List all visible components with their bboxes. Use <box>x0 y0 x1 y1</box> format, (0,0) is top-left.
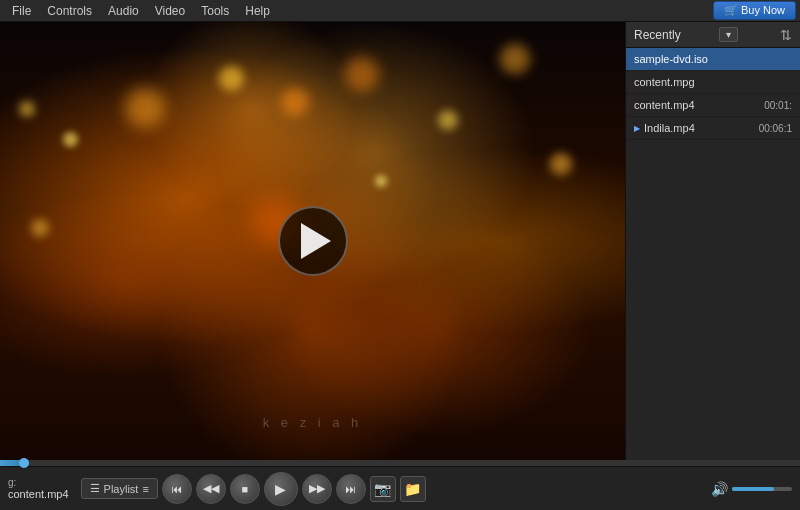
bokeh-light <box>500 44 530 74</box>
menu-audio[interactable]: Audio <box>100 2 147 20</box>
progress-bar-area[interactable] <box>0 460 800 466</box>
menu-video[interactable]: Video <box>147 2 193 20</box>
recently-header: Recently ▾ ⇅ <box>626 22 800 48</box>
playlist-item-0[interactable]: sample-dvd.iso <box>626 48 800 71</box>
file-label: g: <box>8 477 69 488</box>
stop-button[interactable]: ■ <box>230 474 260 504</box>
playlist-item-name: sample-dvd.iso <box>634 53 792 65</box>
volume-fill <box>732 487 774 491</box>
play-indicator-icon: ▶ <box>634 124 640 133</box>
prev-track-icon: ⏮ <box>171 483 182 495</box>
bokeh-light <box>19 101 35 117</box>
buy-now-icon: 🛒 <box>724 4 738 16</box>
sort-icon[interactable]: ⇅ <box>780 27 792 43</box>
next-track-icon: ⏭ <box>345 483 356 495</box>
volume-icon[interactable]: 🔊 <box>711 481 728 497</box>
menu-help[interactable]: Help <box>237 2 278 20</box>
menu-file[interactable]: File <box>4 2 39 20</box>
video-area[interactable]: k e z i a h <box>0 22 625 460</box>
bokeh-light <box>438 110 458 130</box>
buy-now-button[interactable]: 🛒 Buy Now <box>713 1 796 20</box>
stop-icon: ■ <box>241 483 248 495</box>
playlist-item-2[interactable]: content.mp4 00:01: <box>626 94 800 117</box>
right-panel: Recently ▾ ⇅ sample-dvd.iso content.mpg … <box>625 22 800 460</box>
main-content: k e z i a h Recently ▾ ⇅ sample-dvd.iso … <box>0 22 800 460</box>
playlist-item-name: content.mp4 <box>634 99 760 111</box>
folder-icon: 📁 <box>404 481 421 497</box>
bokeh-light <box>219 66 244 91</box>
rewind-icon: ◀◀ <box>203 482 219 495</box>
playlist-item-3[interactable]: ▶ Indila.mp4 00:06:1 <box>626 117 800 140</box>
menu-bar: File Controls Audio Video Tools Help 🛒 B… <box>0 0 800 22</box>
menu-tools[interactable]: Tools <box>193 2 237 20</box>
playlist-toggle-button[interactable]: ☰ Playlist ≡ <box>81 478 158 499</box>
playlist-item-name: content.mpg <box>634 76 792 88</box>
next-track-button[interactable]: ⏭ <box>336 474 366 504</box>
progress-track <box>0 460 800 466</box>
screenshot-button[interactable]: 📷 <box>370 476 396 502</box>
playlist-item-1[interactable]: content.mpg <box>626 71 800 94</box>
recently-dropdown[interactable]: ▾ <box>719 27 738 42</box>
screenshot-icon: 📷 <box>374 481 391 497</box>
progress-handle[interactable] <box>19 458 29 468</box>
playlist-label: Playlist <box>104 483 139 495</box>
play-button-overlay[interactable] <box>278 206 348 276</box>
bokeh-light <box>63 132 78 147</box>
fast-forward-icon: ▶▶ <box>309 482 325 495</box>
recently-label: Recently <box>634 28 681 42</box>
rewind-button[interactable]: ◀◀ <box>196 474 226 504</box>
bokeh-light <box>281 88 309 116</box>
playlist-list-icon: ≡ <box>142 483 148 495</box>
playlist-item-duration: 00:01: <box>764 100 792 111</box>
fast-forward-button[interactable]: ▶▶ <box>302 474 332 504</box>
playlist-lines-icon: ☰ <box>90 482 100 495</box>
bottom-bar: g: content.mp4 ☰ Playlist ≡ ⏮ ◀◀ ■ ▶ ▶▶ … <box>0 466 800 510</box>
play-icon: ▶ <box>275 481 286 497</box>
volume-slider[interactable] <box>732 487 792 491</box>
bokeh-light <box>344 57 379 92</box>
bokeh-light <box>125 88 165 128</box>
playlist-item-name: Indila.mp4 <box>644 122 755 134</box>
play-pause-button[interactable]: ▶ <box>264 472 298 506</box>
file-name: content.mp4 <box>8 488 69 500</box>
open-folder-button[interactable]: 📁 <box>400 476 426 502</box>
prev-track-button[interactable]: ⏮ <box>162 474 192 504</box>
menu-controls[interactable]: Controls <box>39 2 100 20</box>
file-info: g: content.mp4 <box>8 477 69 500</box>
playlist-item-duration: 00:06:1 <box>759 123 792 134</box>
volume-area: 🔊 <box>711 481 792 497</box>
